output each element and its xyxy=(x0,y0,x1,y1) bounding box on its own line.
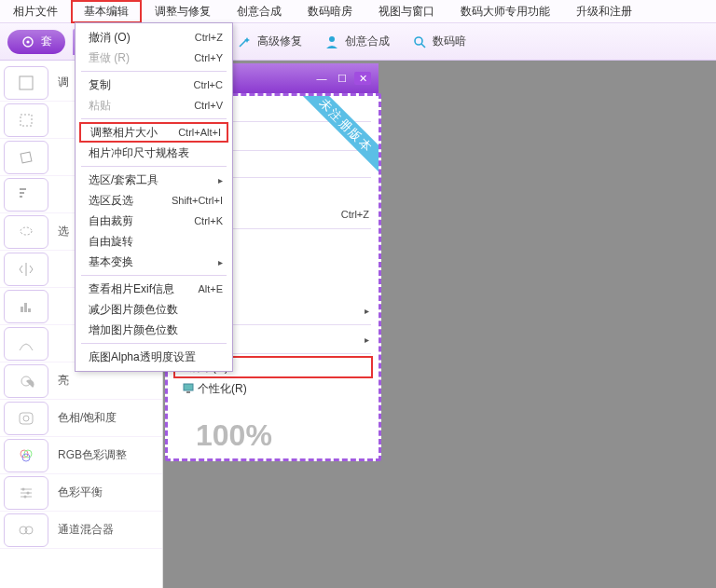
close-button[interactable]: ✕ xyxy=(354,72,371,85)
shortcut-label: Alt+E xyxy=(198,283,223,294)
shortcut-label: Ctrl+V xyxy=(194,100,223,111)
dd-exif[interactable]: 查看相片Exif信息Alt+E xyxy=(76,279,232,299)
toolbar-tab-label: 创意合成 xyxy=(345,34,390,49)
toolbar-tab-label: 高级修复 xyxy=(257,34,302,49)
curves-icon xyxy=(4,327,48,361)
channelmixer-icon xyxy=(4,513,48,547)
basic-edit-dropdown: 撤消 (O)Ctrl+Z 重做 (R)Ctrl+Y 复制Ctrl+C 粘贴Ctr… xyxy=(75,22,233,372)
brightness-icon xyxy=(4,364,48,398)
zoom-indicator: 100% xyxy=(196,418,272,453)
sidebar-item-label: 色彩平衡 xyxy=(58,485,103,500)
menu-upgrade[interactable]: 升级和注册 xyxy=(563,0,645,23)
rotate-icon xyxy=(4,141,48,174)
dd-selection-tools[interactable]: 选区/套索工具 xyxy=(76,170,232,190)
shortcut-label: Ctrl+Alt+I xyxy=(178,127,221,138)
wand-icon xyxy=(237,34,252,49)
toolbar-tab-advrepair[interactable]: 高级修复 xyxy=(226,29,313,55)
sidebar-item-channelmixer[interactable]: 通道混合器 xyxy=(0,512,162,549)
dd-invert-selection[interactable]: 选区反选Shift+Ctrl+I xyxy=(76,190,232,211)
dd-alpha-settings[interactable]: 底图Alpha透明度设置 xyxy=(76,347,232,367)
svg-point-22 xyxy=(22,487,25,490)
histogram-icon xyxy=(4,290,48,323)
svg-point-8 xyxy=(329,36,335,42)
shortcut-label: Ctrl+C xyxy=(194,79,223,90)
dd-print-size-table[interactable]: 相片冲印尺寸规格表 xyxy=(76,143,232,163)
svg-rect-11 xyxy=(21,115,32,126)
sidebar-item-label: 通道混合器 xyxy=(58,522,114,538)
menu-darkroom[interactable]: 数码暗房 xyxy=(295,0,365,23)
gear-icon xyxy=(21,34,35,49)
shortcut-label: Ctrl+K xyxy=(194,215,223,226)
dd-free-rotate[interactable]: 自由旋转 xyxy=(76,231,232,252)
user-icon xyxy=(324,34,339,49)
sidebar-item-label: 亮 xyxy=(58,373,69,389)
svg-point-1 xyxy=(26,40,29,43)
svg-rect-10 xyxy=(20,76,33,89)
menu-view-window[interactable]: 视图与窗口 xyxy=(365,0,448,23)
svg-rect-13 xyxy=(21,307,23,312)
svg-rect-14 xyxy=(24,303,27,312)
menu-basic-edit[interactable]: 基本编辑 xyxy=(71,0,142,23)
tool-icon xyxy=(4,66,48,100)
dd-increase-colordepth[interactable]: 增加图片颜色位数 xyxy=(76,320,232,340)
shortcut-label: Ctrl+Y xyxy=(194,52,223,63)
svg-rect-15 xyxy=(28,308,31,312)
menu-creative[interactable]: 创意合成 xyxy=(224,0,295,23)
dd-paste[interactable]: 粘贴Ctrl+V xyxy=(76,95,232,116)
svg-rect-17 xyxy=(20,413,33,424)
svg-rect-27 xyxy=(184,384,193,390)
toolbar-tab-creative[interactable]: 创意合成 xyxy=(313,29,401,55)
sidebar-item-label: 色相/饱和度 xyxy=(58,410,117,426)
search-icon xyxy=(412,34,427,49)
sidebar-item-label: RGB色彩调整 xyxy=(58,447,127,463)
dd-decrease-colordepth[interactable]: 减少图片颜色位数 xyxy=(76,299,232,320)
sidebar-item-huesat[interactable]: 色相/饱和度 xyxy=(0,400,162,437)
sliders-icon xyxy=(4,476,48,510)
crop-icon xyxy=(4,103,48,137)
sidebar-item-rgb[interactable]: RGB色彩调整 xyxy=(0,437,162,474)
levels-icon xyxy=(4,178,48,212)
svg-point-9 xyxy=(415,37,422,45)
rgb-icon xyxy=(4,439,48,472)
dd-redo[interactable]: 重做 (R)Ctrl+Y xyxy=(76,48,232,68)
svg-point-12 xyxy=(21,227,32,235)
toolbar-pill-label: 套 xyxy=(41,34,52,49)
menu-file[interactable]: 相片文件 xyxy=(0,0,71,23)
minimize-button[interactable]: — xyxy=(313,72,330,85)
svg-point-24 xyxy=(24,495,27,498)
huesat-icon xyxy=(4,402,48,435)
context-item[interactable]: 个性化(R) xyxy=(168,377,379,400)
lasso-icon xyxy=(4,215,48,249)
shortcut-label: Ctrl+Z xyxy=(341,209,369,220)
monitor-icon xyxy=(183,383,194,394)
maximize-button[interactable]: ☐ xyxy=(334,72,351,85)
menu-adjust-repair[interactable]: 调整与修复 xyxy=(142,0,224,23)
svg-point-26 xyxy=(25,526,33,534)
dd-copy[interactable]: 复制Ctrl+C xyxy=(76,75,232,95)
menubar: 相片文件 基本编辑 调整与修复 创意合成 数码暗房 视图与窗口 数码大师专用功能… xyxy=(0,0,716,23)
shortcut-label: Ctrl+Z xyxy=(195,32,223,43)
toolbar-pill[interactable]: 套 xyxy=(7,30,65,54)
sidebar-item-colorbalance[interactable]: 色彩平衡 xyxy=(0,474,162,512)
toolbar-tab-label: 数码暗 xyxy=(433,34,466,49)
shortcut-label: Shift+Ctrl+I xyxy=(172,195,223,206)
sidebar-item-label: 选 xyxy=(58,224,69,239)
menu-pro[interactable]: 数码大师专用功能 xyxy=(448,0,563,23)
dd-free-crop[interactable]: 自由裁剪Ctrl+K xyxy=(76,211,232,231)
svg-rect-28 xyxy=(186,391,190,393)
svg-point-23 xyxy=(27,491,30,494)
canvas-area: — ☐ ✕ 未注册版本 式(O) 捷方式(S) 移动(U)Ctrl+Z 性…… … xyxy=(163,61,716,588)
dd-undo[interactable]: 撤消 (O)Ctrl+Z xyxy=(76,27,232,48)
svg-point-18 xyxy=(23,416,29,421)
toolbar-tab-darkroom[interactable]: 数码暗 xyxy=(401,29,477,55)
sidebar-item-label: 调 xyxy=(58,75,69,90)
dd-resize-image[interactable]: 调整相片大小Ctrl+Alt+I xyxy=(79,122,228,143)
dd-basic-transform[interactable]: 基本变换 xyxy=(76,252,232,272)
mirror-icon xyxy=(4,253,48,286)
